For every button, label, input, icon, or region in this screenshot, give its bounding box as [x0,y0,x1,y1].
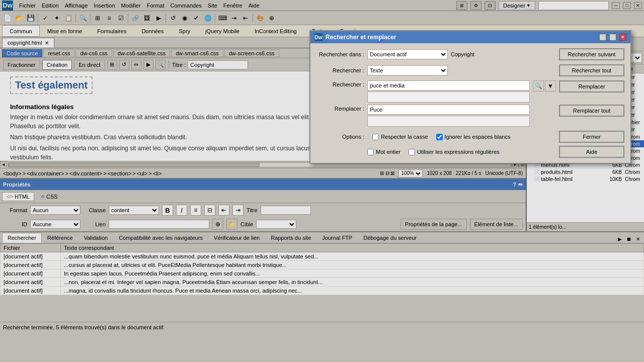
options-label: Options : [316,134,364,140]
rechercher-dans-label: Rechercher dans : [316,51,364,57]
modal-header: Dw Rechercher et remplacer ─ □ ✕ [310,31,630,43]
find-replace-dialog: Dw Rechercher et remplacer ─ □ ✕ Recherc… [309,30,631,164]
modal-minimize-btn[interactable]: ─ [599,34,606,41]
rechercher-dans-select[interactable]: Document actif [367,49,448,59]
respecter-casse-label: Respecter la casse [381,134,428,140]
remplacer-value-input[interactable] [367,105,530,115]
replace-all-btn[interactable]: Remplacer tout [559,105,624,117]
option-ignorer-espaces[interactable]: Ignorer les espaces blancs [436,134,511,140]
option-regex[interactable]: Utiliser les expressions régulières [409,149,500,155]
find-next-btn[interactable]: Rechercher suivant [559,48,624,60]
remplacer-label: Remplacer : [316,105,364,112]
rechercher-value-input[interactable] [367,80,530,90]
regex-label: Utiliser les expressions régulières [417,149,500,155]
option-respecter-casse[interactable]: Respecter la casse [372,134,428,140]
option-mot-entier[interactable]: Mot entier [367,149,400,155]
modal-title: Rechercher et remplacer [326,34,596,41]
modal-restore-btn[interactable]: □ [609,34,616,41]
replace-btn[interactable]: Remplacer [559,80,624,93]
ignorer-espaces-checkbox[interactable] [436,134,443,140]
find-all-btn[interactable]: Rechercher tout [559,64,624,76]
copyright-tag: Copyright [451,51,474,57]
modal-dw-icon: Dw [314,33,323,41]
ignorer-espaces-label: Ignorer les espaces blancs [445,134,511,140]
search-options-btn[interactable]: ▼ [545,80,556,92]
close-btn[interactable]: Fermer [559,131,624,143]
respecter-casse-checkbox[interactable] [372,134,379,140]
regex-checkbox[interactable] [409,149,415,155]
mot-entier-checkbox[interactable] [367,149,374,155]
help-btn[interactable]: Aide [559,146,624,158]
mot-entier-label: Mot entier [376,149,400,155]
modal-close-btn[interactable]: ✕ [619,34,626,41]
search-icon-btn[interactable]: 🔍 [533,80,544,92]
rechercher-type-label: Rechercher : [316,67,364,73]
rechercher-value-label: Rechercher : [316,80,364,87]
rechercher-type-select[interactable]: Texte [367,65,448,75]
